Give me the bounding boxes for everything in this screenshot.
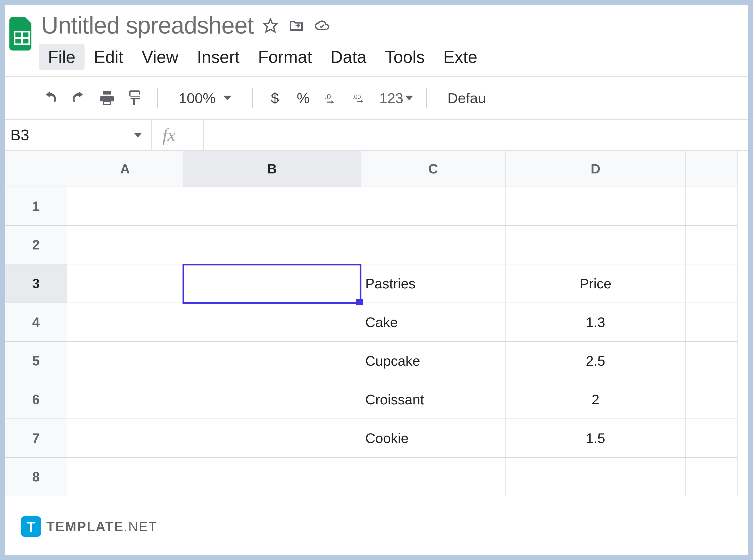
watermark-brand: TEMPLATE xyxy=(46,519,124,534)
cell-A8[interactable] xyxy=(67,457,183,496)
title-area: Untitled spreadsheet File Edit View Inse… xyxy=(39,9,748,76)
cell-D3[interactable]: Price xyxy=(505,264,686,303)
grid: A B C D 1 2 xyxy=(5,151,748,496)
move-folder-icon[interactable] xyxy=(287,17,305,35)
cell-D8[interactable] xyxy=(505,457,686,496)
cell-B5[interactable] xyxy=(183,341,361,380)
cell-E6[interactable] xyxy=(686,380,737,419)
cell-E2[interactable] xyxy=(686,225,737,264)
cell-E7[interactable] xyxy=(686,419,737,457)
cell-C7[interactable]: Cookie xyxy=(361,419,505,457)
cell-D4[interactable]: 1.3 xyxy=(505,303,686,341)
cell-E1[interactable] xyxy=(686,187,737,225)
watermark-icon: T xyxy=(21,516,41,537)
fx-icon: fx xyxy=(152,120,204,150)
toolbar-separator xyxy=(426,87,427,108)
document-title[interactable]: Untitled spreadsheet xyxy=(41,12,254,39)
menu-insert[interactable]: Insert xyxy=(188,44,249,70)
chevron-down-icon xyxy=(405,96,413,100)
row-header-6[interactable]: 6 xyxy=(5,380,67,419)
cell-B2[interactable] xyxy=(183,225,361,264)
print-button[interactable] xyxy=(98,87,116,108)
cell-C2[interactable] xyxy=(361,225,505,264)
sheets-icon xyxy=(9,17,35,51)
cell-C4[interactable]: Cake xyxy=(361,303,505,341)
cell-B4[interactable] xyxy=(183,303,361,341)
menu-data[interactable]: Data xyxy=(321,44,376,70)
cell-B8[interactable] xyxy=(183,457,361,496)
toolbar-separator xyxy=(252,87,253,108)
cell-A1[interactable] xyxy=(67,187,183,225)
cell-C1[interactable] xyxy=(361,187,505,225)
row-header-2[interactable]: 2 xyxy=(5,225,67,264)
name-box[interactable]: B3 xyxy=(5,120,152,150)
name-box-value: B3 xyxy=(10,126,29,144)
menu-bar: File Edit View Insert Format Data Tools … xyxy=(39,39,748,76)
menu-format[interactable]: Format xyxy=(249,44,321,70)
menu-file[interactable]: File xyxy=(39,44,84,70)
cell-C8[interactable] xyxy=(361,457,505,496)
cell-A2[interactable] xyxy=(67,225,183,264)
format-percent-button[interactable]: % xyxy=(294,87,312,108)
menu-extensions[interactable]: Exte xyxy=(434,44,487,70)
cell-C5[interactable]: Cupcake xyxy=(361,341,505,380)
undo-button[interactable] xyxy=(41,87,59,108)
sheet-table: A B C D 1 2 xyxy=(5,151,737,496)
redo-button[interactable] xyxy=(70,87,88,108)
select-all-corner[interactable] xyxy=(5,151,67,187)
cell-D5[interactable]: 2.5 xyxy=(505,341,686,380)
cell-B7[interactable] xyxy=(183,419,361,457)
column-header-D[interactable]: D xyxy=(505,151,686,187)
row-header-1[interactable]: 1 xyxy=(5,187,67,225)
cell-E3[interactable] xyxy=(686,264,737,303)
cell-A5[interactable] xyxy=(67,341,183,380)
watermark-suffix: .NET xyxy=(124,519,157,534)
column-header-C[interactable]: C xyxy=(361,151,505,187)
cell-B6[interactable] xyxy=(183,380,361,419)
menu-edit[interactable]: Edit xyxy=(84,44,133,70)
cell-E8[interactable] xyxy=(686,457,737,496)
spreadsheet-app: Untitled spreadsheet File Edit View Inse… xyxy=(5,5,748,555)
zoom-dropdown[interactable]: 100% xyxy=(171,90,239,106)
more-formats-button[interactable]: 123 xyxy=(379,87,413,108)
row-header-7[interactable]: 7 xyxy=(5,419,67,457)
menu-view[interactable]: View xyxy=(133,44,188,70)
cell-E5[interactable] xyxy=(686,341,737,380)
row-header-4[interactable]: 4 xyxy=(5,303,67,341)
row-header-3[interactable]: 3 xyxy=(5,264,67,303)
increase-decimal-button[interactable]: .00 xyxy=(351,87,369,108)
cell-A7[interactable] xyxy=(67,419,183,457)
cell-D6[interactable]: 2 xyxy=(505,380,686,419)
chevron-down-icon xyxy=(223,96,232,100)
column-header-B[interactable]: B xyxy=(183,151,361,187)
column-header-E[interactable] xyxy=(686,151,737,187)
format-currency-button[interactable]: $ xyxy=(266,87,284,108)
cell-B1[interactable] xyxy=(183,187,361,225)
cell-A4[interactable] xyxy=(67,303,183,341)
cell-D7[interactable]: 1.5 xyxy=(505,419,686,457)
cell-E4[interactable] xyxy=(686,303,737,341)
svg-marker-3 xyxy=(264,19,277,32)
formula-input[interactable] xyxy=(204,120,748,150)
row-header-5[interactable]: 5 xyxy=(5,341,67,380)
cell-A3[interactable] xyxy=(67,264,183,303)
cell-B3[interactable] xyxy=(183,264,361,303)
font-dropdown[interactable]: Defau xyxy=(440,90,494,106)
cell-D1[interactable] xyxy=(505,187,686,225)
more-formats-label: 123 xyxy=(379,90,403,106)
cloud-status-icon[interactable] xyxy=(313,17,331,35)
formula-bar-row: B3 fx xyxy=(5,120,748,151)
paint-format-button[interactable] xyxy=(126,87,144,108)
menu-tools[interactable]: Tools xyxy=(376,44,434,70)
cell-D2[interactable] xyxy=(505,225,686,264)
decrease-decimal-button[interactable]: .0 xyxy=(322,87,340,108)
cell-C3[interactable]: Pastries xyxy=(361,264,505,303)
row-header-8[interactable]: 8 xyxy=(5,457,67,496)
cell-C6[interactable]: Croissant xyxy=(361,380,505,419)
watermark: T TEMPLATE.NET xyxy=(21,516,158,537)
cell-A6[interactable] xyxy=(67,380,183,419)
font-name: Defau xyxy=(448,90,486,106)
star-icon[interactable] xyxy=(261,17,279,35)
column-header-A[interactable]: A xyxy=(67,151,183,187)
sheets-logo[interactable] xyxy=(5,9,39,56)
